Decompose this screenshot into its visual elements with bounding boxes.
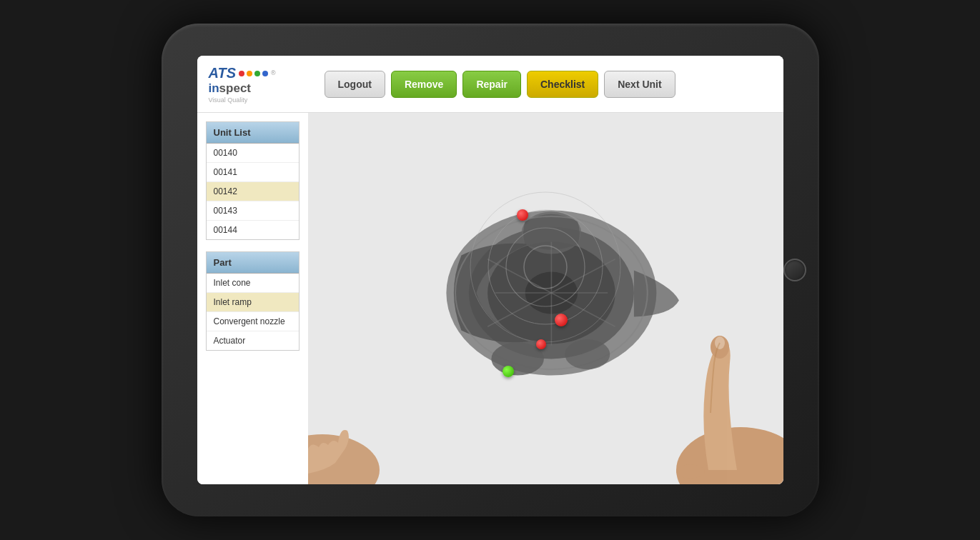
unit-list-panel: Unit List 00140 00141 00142 00143 00144 xyxy=(206,121,300,240)
svg-point-16 xyxy=(676,427,783,484)
tablet-device: ATS ® inspect Visual Quality xyxy=(162,24,819,516)
svg-point-19 xyxy=(676,464,705,479)
home-button[interactable] xyxy=(783,259,806,281)
logo-reg: ® xyxy=(271,69,276,76)
tablet-screen: ATS ® inspect Visual Quality xyxy=(197,56,783,484)
svg-point-18 xyxy=(715,336,725,349)
part-item-actuator[interactable]: Actuator xyxy=(207,331,299,350)
svg-point-10 xyxy=(491,342,544,375)
indicator-dot-red-3[interactable] xyxy=(536,339,546,349)
part-item-convergent-nozzle[interactable]: Convergent nozzle xyxy=(207,312,299,331)
remove-button[interactable]: Remove xyxy=(391,71,457,98)
unit-item-00141[interactable]: 00141 xyxy=(207,163,299,182)
next-unit-button[interactable]: Next Unit xyxy=(604,71,675,98)
sidebar: Unit List 00140 00141 00142 00143 00144 … xyxy=(197,113,308,484)
logo-tagline: Visual Quality xyxy=(209,96,248,104)
unit-item-00143[interactable]: 00143 xyxy=(207,201,299,221)
logo-inspect-row: inspect xyxy=(209,81,252,96)
logo: ATS ® inspect Visual Quality xyxy=(209,65,302,104)
dot-red xyxy=(239,71,244,76)
unit-item-00140[interactable]: 00140 xyxy=(207,144,299,163)
app-screen: ATS ® inspect Visual Quality xyxy=(197,56,783,484)
logout-button[interactable]: Logout xyxy=(325,71,385,98)
svg-point-11 xyxy=(565,339,610,369)
repair-button[interactable]: Repair xyxy=(462,71,521,98)
part-list-panel: Part Inlet cone Inlet ramp Convergent no… xyxy=(206,251,300,351)
unit-item-00144[interactable]: 00144 xyxy=(207,221,299,239)
checklist-button[interactable]: Checklist xyxy=(527,71,598,98)
unit-item-00142[interactable]: 00142 xyxy=(207,182,299,201)
svg-point-20 xyxy=(308,434,380,484)
header: ATS ® inspect Visual Quality xyxy=(197,56,783,113)
part-item-inlet-ramp[interactable]: Inlet ramp xyxy=(207,293,299,312)
logo-dots xyxy=(239,71,268,76)
3d-view-area[interactable] xyxy=(308,113,783,484)
header-buttons: Logout Remove Repair Checklist Next Unit xyxy=(325,71,675,98)
logo-spect: spect xyxy=(219,81,251,96)
unit-list-header: Unit List xyxy=(207,122,299,144)
svg-point-17 xyxy=(711,336,729,359)
part-list-header: Part xyxy=(207,252,299,274)
main-content: Unit List 00140 00141 00142 00143 00144 … xyxy=(197,113,783,484)
logo-in: in xyxy=(209,81,219,96)
dot-blue xyxy=(262,71,268,76)
part-item-inlet-cone[interactable]: Inlet cone xyxy=(207,274,299,293)
indicator-dot-green-1[interactable] xyxy=(503,366,514,377)
left-hand-overlay xyxy=(308,370,401,484)
engine-svg xyxy=(401,150,701,436)
dot-orange xyxy=(247,71,252,76)
indicator-dot-red-2[interactable] xyxy=(555,314,568,326)
dot-green xyxy=(254,71,260,76)
logo-ats-text: ATS xyxy=(209,65,237,81)
